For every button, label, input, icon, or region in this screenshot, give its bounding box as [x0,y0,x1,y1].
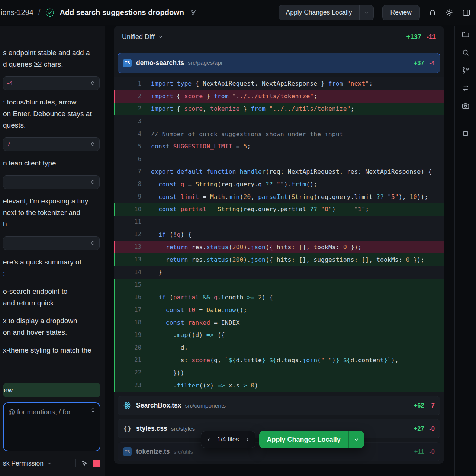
line-number: 23 [115,382,141,389]
diff-code: 1import type { NextApiRequest, NextApiRe… [114,77,444,392]
file-card-demo-search[interactable]: TS demo-search.ts src/pages/api +37 -4 [118,53,440,73]
next-file-icon[interactable] [245,437,250,443]
line-number: 5 [115,143,141,150]
diff-line: 7export default function handler(req: Ne… [114,165,444,178]
pager-label: 1/4 files [217,436,239,443]
diff-totals: +137 -11 [406,33,436,41]
chevron-down-icon[interactable] [47,461,52,466]
line-number: 4 [115,131,141,137]
line-number: 18 [115,319,141,326]
line-code: import type { NextApiRequest, NextApiRes… [141,80,444,87]
line-number: 10 [115,206,141,213]
line-code: const SUGGESTION_LIMIT = 5; [141,143,444,150]
file-pager: 1/4 files [201,431,255,448]
line-number: 17 [115,306,141,313]
file-path: src/pages/api [188,60,222,66]
diff-mode-label: Unified Diff [122,33,155,41]
conversation-panel: s endpoint stable and add ad queries ≥2 … [0,26,105,476]
file-removed: -0 [429,425,435,432]
diff-line: 10 const partial = String(req.query.part… [114,203,444,216]
sidebar-collapsed-section[interactable] [3,175,100,189]
line-code: const ranked = INDEX [141,319,444,326]
permission-mode-label[interactable]: sk Permission [3,460,44,467]
notifications-bell-icon[interactable] [428,9,437,17]
chevron-down-icon[interactable] [348,431,364,448]
diff-line: 9 const limit = Math.min(20, parseInt(St… [114,190,444,203]
diff-line: 1import type { NextApiRequest, NextApiRe… [114,77,444,90]
cursor-pointer-icon[interactable] [81,460,88,467]
composer-expand-icon[interactable] [90,407,96,413]
apply-changes-label: Apply Changes Locally [259,436,348,444]
rail-divider [461,120,470,120]
file-name: tokenize.ts [136,448,170,456]
chevrons-up-down-icon [90,179,96,185]
sidebar-text-block: : focus/blur rules, arrowon Enter. Debou… [3,96,100,131]
line-number: 13 [115,244,141,250]
sidebar-review-button[interactable]: ew [3,383,100,397]
chevron-down-icon [158,34,163,39]
task-check-icon [45,8,55,17]
stop-square-icon[interactable] [462,130,469,137]
settings-gear-icon[interactable] [445,9,453,17]
diff-header: Unified Diff +137 -11 [114,26,444,48]
file-path: src/utils [173,448,193,455]
diff-line: 15 [114,279,444,291]
line-number: 16 [115,294,141,300]
message-composer[interactable]: @ for mentions, / for [3,402,100,451]
chevron-down-icon[interactable] [359,5,373,20]
line-number: 1 [115,80,141,87]
previous-file-icon[interactable] [206,437,212,443]
search-icon[interactable] [461,48,470,57]
line-code: // Number of quick suggestions shown und… [141,131,444,138]
line-number: 19 [115,332,141,338]
diff-line: 11 [114,216,444,228]
file-removed: -7 [429,402,435,409]
diff-line: 2import { score, tokenize } from "../../… [114,103,444,115]
apply-changes-locally-primary-button[interactable]: Apply Changes Locally [259,431,364,448]
sidebar-text-block: elevant, I’m exposing a tinynext to the … [3,195,100,230]
diff-line: 13 return res.status(200).json({ hits: [… [114,253,444,266]
chevrons-up-down-icon [90,80,96,86]
git-fork-icon[interactable] [190,9,197,16]
top-bar: ions-1294 / Add search suggestions dropd… [0,0,476,25]
vertical-divider [75,459,76,467]
diff-line: 22 })) [114,366,444,379]
panel-toggle-icon[interactable] [462,8,471,17]
diff-line: 4// Number of quick suggestions shown un… [114,128,444,140]
line-number: 22 [115,369,141,376]
review-label: Review [390,9,412,16]
line-code: import { score, tokenize } from "../../u… [141,105,444,112]
chevrons-up-down-icon [90,141,96,147]
swap-horizontal-icon[interactable] [461,84,470,92]
line-code: const limit = Math.min(20, parseInt(Stri… [141,193,444,200]
diff-mode-dropdown[interactable]: Unified Diff [122,33,163,41]
diff-line: 6 [114,153,444,165]
sidebar-text-block: n lean client type [3,157,100,169]
stop-record-button[interactable] [93,460,100,467]
diff-line: 2import { score } from "../../utils/toke… [114,90,444,103]
line-code: if (partial && q.length >= 2) { [141,294,444,301]
css-file-icon: { } [123,425,132,432]
total-added: +137 [406,33,421,41]
line-number: 21 [115,357,141,363]
line-number: 12 [115,231,141,238]
sidebar-collapsed-section[interactable] [3,236,100,250]
collapsed-section-label: -4 [7,80,13,87]
review-button[interactable]: Review [382,5,420,20]
camera-icon[interactable] [461,102,470,110]
file-card-searchbox[interactable]: SearchBox.tsx src/components +62 -7 [118,396,440,415]
ts-file-icon: TS [123,59,132,67]
line-code: export default function handler(req: Nex… [141,168,444,175]
sidebar-collapsed-section[interactable]: 7 [3,137,100,151]
diff-line: 19 .map((d) => ({ [114,329,444,341]
breadcrumb[interactable]: ions-1294 [1,8,33,17]
line-code: .map((d) => ({ [141,331,444,338]
apply-changes-locally-button[interactable]: Apply Changes Locally [279,5,374,20]
line-code: return res.status(200).json({ hits: [], … [141,244,444,251]
line-code: d, [141,344,444,351]
folder-icon[interactable] [461,30,470,39]
sidebar-collapsed-section[interactable]: -4 [3,76,100,90]
sidebar-blocks: s endpoint stable and add ad queries ≥2 … [3,47,100,362]
line-code: const q = String(req.query.q ?? "").trim… [141,181,444,188]
git-branch-icon[interactable] [461,66,470,74]
